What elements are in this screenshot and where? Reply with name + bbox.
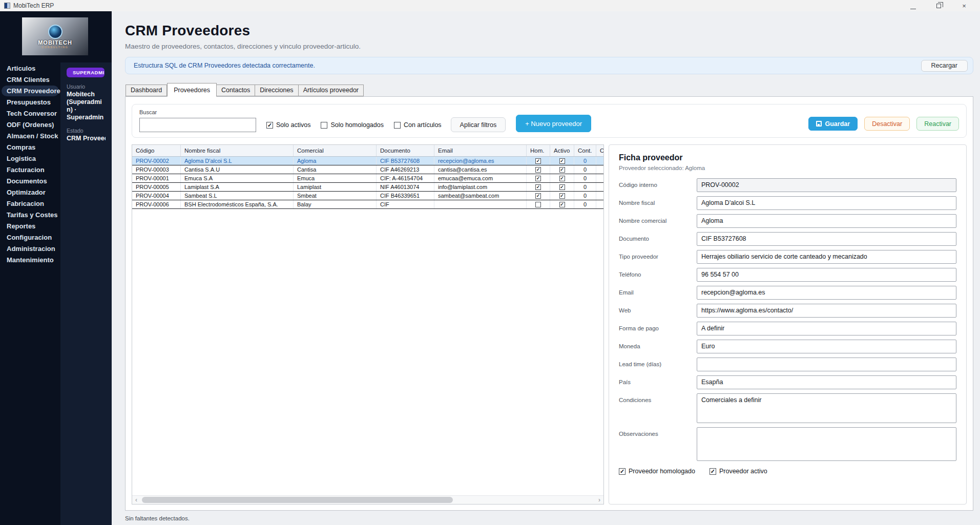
hom-checkbox[interactable] [535,167,541,173]
sidebar-item-documentos[interactable]: Documentos [2,176,59,186]
sidebar-item-logistica[interactable]: Logistica [2,153,59,164]
field-codigo-interno[interactable]: PROV-00002 [697,178,956,192]
tab-dashboard[interactable]: Dashboard [126,85,167,96]
table-row[interactable]: PROV-00005Lamiplast S.ALamiplastNIF A460… [132,183,603,192]
cell-documento: CIF: A-46154704 [377,174,434,182]
field-row-pais: PaísEsapña [619,375,956,389]
search-input[interactable] [139,118,256,132]
cell-extra: 0 [596,183,604,191]
tab-articulos-proveedor[interactable]: Artículos proveedor [299,85,364,96]
ficha-checkbox-proveedor-homologado[interactable] [619,468,625,475]
filter-checkbox-solo-activos[interactable] [266,122,273,129]
tab-proveedores[interactable]: Proveedores [167,83,217,97]
field-moneda[interactable]: Euro [697,340,956,353]
activo-checkbox[interactable] [559,176,565,181]
field-email[interactable]: recepcion@agloma.es [697,286,956,300]
save-button[interactable]: Guardar [808,117,858,131]
column-header-comercial[interactable]: Comercial [294,145,377,156]
activo-checkbox[interactable] [559,193,565,199]
column-header-email[interactable]: Email [434,145,527,156]
titlebar: MobiTech ERP × [0,0,980,11]
sidebar-item-optimizador[interactable]: Optimizador [2,187,59,198]
column-header-activo[interactable]: Activo [550,145,574,156]
apply-filters-button[interactable]: Aplicar filtros [451,117,506,132]
activo-checkbox[interactable] [559,202,565,207]
hom-checkbox[interactable] [535,193,541,199]
ficha-checkbox-proveedor-activo[interactable] [710,468,716,475]
close-button[interactable]: × [961,2,968,9]
cell-hom [527,192,550,200]
tab-contactos[interactable]: Contactos [217,85,255,96]
hom-checkbox[interactable] [535,176,541,181]
field-observaciones[interactable] [697,427,956,461]
field-label-lead-time-dias: Lead time (días) [619,358,697,371]
recargar-button[interactable]: Recargar [921,60,968,72]
ficha-label-proveedor-homologado: Proveedor homologado [629,468,695,475]
sidebar-item-crm-proveedores[interactable]: CRM Proveedores [2,86,59,96]
hom-checkbox[interactable] [535,158,541,164]
field-tipo-proveedor[interactable]: Herrajes obiliario servicio de corte can… [697,250,956,264]
column-header-nombre-fiscal[interactable]: Nombre fiscal [181,145,294,156]
new-supplier-button[interactable]: + Nuevo proveedor [516,115,591,132]
scroll-right-icon[interactable]: › [595,496,603,504]
sidebar-item-facturacion[interactable]: Facturacion [2,164,59,175]
sidebar-item-administracion[interactable]: Administracion [2,243,59,254]
column-header-documento[interactable]: Documento [377,145,434,156]
table-row[interactable]: PROV-00002Agloma D'alcoi S.LAglomaCIF B5… [132,157,603,165]
sidebar-item-presupuestos[interactable]: Presupuestos [2,97,59,108]
field-forma-de-pago[interactable]: A definir [697,322,956,335]
table-row[interactable]: PROV-00006BSH Electrodomésticos España, … [132,200,603,209]
restore-button[interactable] [935,2,942,9]
sidebar-item-crm-clientes[interactable]: CRM Clientes [2,74,59,85]
cell-email [434,200,527,208]
filter-checkbox-solo-homologados[interactable] [321,122,327,129]
column-header-codigo[interactable]: Código [132,145,181,156]
cell-comercial: Emuca [294,174,377,182]
field-nombre-comercial[interactable]: Agloma [697,214,956,228]
table-row[interactable]: PROV-00001Emuca S.AEmucaCIF: A-46154704e… [132,174,603,183]
sidebar-item-tarifas-y-costes[interactable]: Tarifas y Costes [2,209,59,220]
sidebar-item-mantenimiento[interactable]: Mantenimiento [2,255,59,265]
field-documento[interactable]: CIF B53727608 [697,232,956,246]
reactivate-button[interactable]: Reactivar [916,117,959,131]
deactivate-button[interactable]: Desactivar [864,117,910,131]
sidebar-item-compras[interactable]: Compras [2,142,59,153]
field-row-moneda: MonedaEuro [619,340,956,353]
filter-solo-homologados: Solo homologados [321,121,384,129]
filter-checkbox-con-articulos[interactable] [394,122,401,129]
activo-checkbox[interactable] [559,184,565,190]
field-lead-time-dias[interactable] [697,358,956,371]
sidebar-item-articulos[interactable]: Articulos [2,63,59,74]
scroll-left-icon[interactable]: ‹ [132,496,140,504]
column-header-cont[interactable]: Cont. [574,145,596,156]
hom-checkbox[interactable] [535,202,541,207]
tab-direcciones[interactable]: Direcciones [255,85,298,96]
sidebar-item-configuracion[interactable]: Configuracion [2,232,59,243]
activo-checkbox[interactable] [559,158,565,164]
cell-documento: CIF A46269213 [377,165,434,174]
tab-panel-proveedores: Buscar Solo activosSolo homologadosCon a… [125,96,973,511]
sidebar-item-odf-ordenes[interactable]: ODF (Ordenes) [2,119,59,130]
sidebar-item-reportes[interactable]: Reportes [2,221,59,232]
cell-cont: 0 [574,165,596,174]
field-nombre-fiscal[interactable]: Agloma D'alcoi S.L [697,196,956,210]
horizontal-scrollbar[interactable]: ‹ › [132,495,603,504]
cell-activo [550,165,574,174]
cell-comercial: Agloma [294,157,377,165]
column-header-c[interactable]: C [596,145,604,156]
column-header-hom[interactable]: Hom. [527,145,550,156]
sidebar-item-almacen-stock[interactable]: Almacen / Stock [2,131,59,141]
table-row[interactable]: PROV-00003Cantisa S.A.UCantisaCIF A46269… [132,165,603,174]
hom-checkbox[interactable] [535,184,541,190]
sidebar-item-tech-conversor[interactable]: Tech Conversor [2,108,59,119]
minimize-button[interactable] [909,2,916,9]
field-condiciones[interactable]: Comerciales a definir [697,393,956,423]
table-row[interactable]: PROV-00004Sambeat S.LSmbeatCIF B46339651… [132,192,603,200]
field-telefono[interactable]: 96 554 57 00 [697,268,956,282]
sidebar-item-fabricacion[interactable]: Fabricacion [2,198,59,209]
field-pais[interactable]: Esapña [697,375,956,389]
field-label-telefono: Teléfono [619,268,697,282]
activo-checkbox[interactable] [559,167,565,173]
scrollbar-thumb[interactable] [142,497,453,503]
field-web[interactable]: https://www.agloma.es/contacto/ [697,304,956,318]
